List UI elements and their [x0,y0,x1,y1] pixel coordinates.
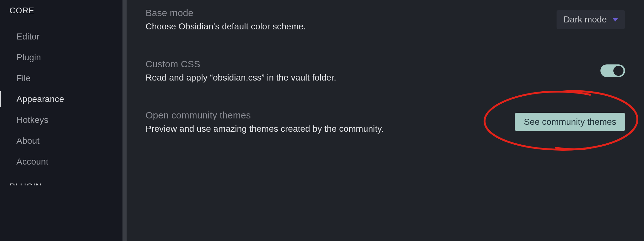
setting-text: Base mode Choose Obsidian's default colo… [146,8,557,32]
sidebar-item-label: File [16,73,31,83]
sidebar-item-account[interactable]: Account [0,151,122,172]
sidebar-section-plugin: PLUGIN [0,182,122,185]
chevron-down-icon [612,18,618,21]
base-mode-dropdown[interactable]: Dark mode [557,10,625,29]
setting-description: Read and apply “obsidian.css” in the vau… [146,73,600,83]
sidebar-item-label: Editor [16,32,39,41]
sidebar-item-hotkeys[interactable]: Hotkeys [0,110,122,130]
setting-title: Base mode [146,8,557,18]
sidebar-item-editor[interactable]: Editor [0,26,122,47]
setting-title: Custom CSS [146,59,600,69]
sidebar-item-label: Hotkeys [16,115,48,125]
dropdown-selected-label: Dark mode [564,15,607,25]
pane-divider [122,0,127,241]
setting-text: Open community themes Preview and use am… [146,110,515,134]
setting-row-community-themes: Open community themes Preview and use am… [146,110,625,134]
setting-control: Dark mode [557,10,625,29]
sidebar-item-plugin[interactable]: Plugin [0,47,122,68]
settings-sidebar: CORE Editor Plugin File Appearance Hotke… [0,0,122,241]
sidebar-item-label: Account [16,157,48,166]
settings-pane-appearance: Base mode Choose Obsidian's default colo… [127,0,644,241]
setting-row-base-mode: Base mode Choose Obsidian's default colo… [146,8,625,32]
setting-description: Preview and use amazing themes created b… [146,124,515,134]
setting-description: Choose Obsidian's default color scheme. [146,21,557,32]
sidebar-item-appearance[interactable]: Appearance [0,89,122,110]
sidebar-item-label: Plugin [16,52,41,62]
custom-css-toggle[interactable] [600,64,625,77]
setting-title: Open community themes [146,110,515,121]
see-community-themes-button[interactable]: See community themes [515,113,625,131]
toggle-knob [613,66,623,76]
setting-control: See community themes [515,113,625,131]
sidebar-item-file[interactable]: File [0,68,122,89]
setting-text: Custom CSS Read and apply “obsidian.css”… [146,59,600,83]
sidebar-section-core: CORE [0,6,122,15]
sidebar-item-label: About [16,136,39,146]
sidebar-item-label: Appearance [16,94,64,104]
setting-control [600,64,625,77]
sidebar-item-about[interactable]: About [0,130,122,151]
setting-row-custom-css: Custom CSS Read and apply “obsidian.css”… [146,59,625,83]
